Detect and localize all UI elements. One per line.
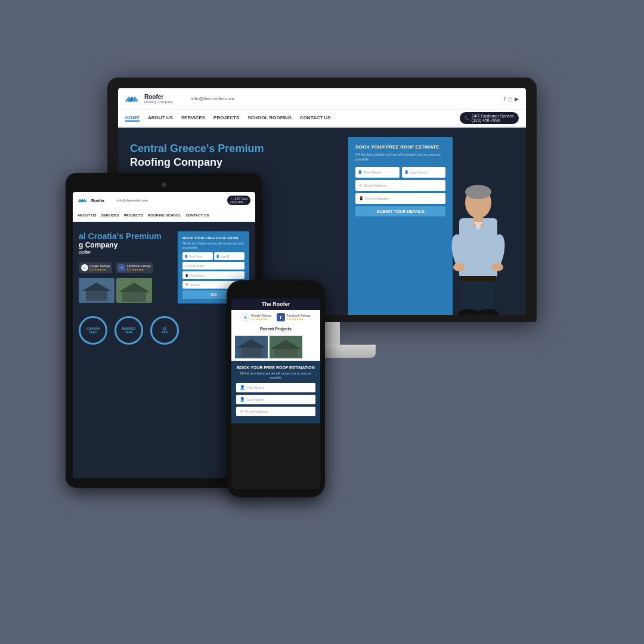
tablet-nav: ABOUT US SERVICES PROJECTS ROOFING SCHOO… (73, 209, 255, 222)
nav-projects[interactable]: PROJECTS (213, 115, 239, 122)
tablet-nav-contact[interactable]: CONTACT US (185, 213, 209, 217)
tablet-nav-school[interactable]: ROOFING SCHOOL (148, 213, 181, 217)
phone-google-icon: G (241, 313, 249, 321)
phone-header: The Roofer (231, 298, 320, 310)
email-input[interactable]: ✉ Email Address (355, 180, 445, 191)
tablet-name-row: 👤First Nam 👤Last N (182, 252, 244, 262)
logo-text-block: Roofer Roofing Company (144, 94, 173, 104)
nav-contact[interactable]: CONTACT US (300, 115, 331, 122)
estimate-form: BOOK YOUR FREE ROOF ESTIMATE Fill the fo… (348, 137, 453, 315)
phone-icon-form: 📱 (359, 196, 363, 200)
header-email: info@the-roofer.com (191, 96, 234, 101)
phone-house-2 (270, 336, 302, 358)
person-image (442, 184, 514, 315)
tablet-phone-icon: 📞 (230, 197, 234, 200)
phone-last-name-input[interactable]: 👤 Last Name (236, 395, 315, 404)
tablet-google-rating: G Google Ratings 5.0 ★★★★★ (79, 262, 112, 273)
phone-notch (261, 289, 291, 295)
logo-name: Roofer (144, 94, 173, 100)
svg-point-13 (465, 185, 491, 199)
instagram-icon[interactable]: ◻ (508, 96, 512, 102)
tablet-user-icon-2: 👤 (216, 255, 219, 258)
logo-icon (125, 93, 142, 105)
logo-subtitle: Roofing Company (144, 100, 173, 104)
tablet-google-text: Google Ratings 5.0 ★★★★★ (89, 264, 110, 271)
phone-bezel: The Roofer G Google Ratings 5.0 ★★★★★ f (227, 280, 325, 497)
tablet-logo-icon (78, 196, 89, 205)
tablet-first-name[interactable]: 👤First Nam (182, 252, 213, 260)
svg-point-20 (491, 263, 503, 271)
tablet-phone[interactable]: 📱Phone Num (182, 271, 244, 279)
nav-home[interactable]: HOME (125, 115, 140, 122)
phone-form-title: BOOK YOUR FREE ROOF ESTIMATION (236, 366, 315, 370)
tablet-email-icon: ✉ (185, 264, 187, 268)
user-icon-2: 👤 (404, 170, 408, 174)
phone-ratings: G Google Ratings 5.0 ★★★★★ f Facebook Ra… (231, 310, 320, 324)
site-header: Roofer Roofing Company info@the-roofer.c… (118, 88, 526, 110)
site-nav: HOME ABOUT US SERVICES PROJECTS SCHOOL R… (118, 110, 526, 128)
tablet-house-2 (116, 278, 152, 303)
svg-rect-30 (86, 291, 107, 301)
tablet-badges: GUARANTEED INSUREDCERT. 25YRS (79, 311, 249, 345)
phone-screen: The Roofer G Google Ratings 5.0 ★★★★★ f (231, 298, 320, 489)
tablet-nav-projects[interactable]: PROJECTS (124, 213, 143, 217)
tablet-address-icon: 📍 (185, 283, 188, 287)
last-name-input[interactable]: 👤 Last Name (402, 167, 446, 178)
person-svg (442, 184, 514, 315)
social-icons: f ◻ ▶ (504, 96, 519, 102)
tablet-fb-icon: f (118, 264, 125, 271)
svg-rect-22 (460, 276, 496, 281)
hero-title-blue: Central Greece's Premium (130, 142, 330, 156)
form-title: BOOK YOUR FREE ROOF ESTIMATE (355, 144, 445, 150)
tablet-nav-services[interactable]: SERVICES (101, 213, 119, 217)
tablet-fb-text: Facebook Ratings 5.0 ★★★★★ (126, 264, 150, 271)
name-row: 👤 First Name 👤 Last Name (355, 167, 445, 180)
hero-title-white: Roofing Company (130, 156, 330, 169)
scene: Roofer Roofing Company info@the-roofer.c… (54, 54, 590, 590)
phone-fb-text: Facebook Ratings 5.0 ★★★★★ (287, 314, 311, 321)
tablet-project-img-1 (79, 278, 114, 303)
youtube-icon[interactable]: ▶ (515, 96, 519, 102)
nav-phone-btn[interactable]: 📞 24/7 Customer Service (123) 456-7890 (460, 112, 519, 124)
tablet-phone-btn[interactable]: 📞 24/7 Cust(123)-456... (227, 196, 250, 205)
nav-school[interactable]: SCHOOL ROOFING (247, 115, 292, 122)
tablet-email[interactable]: ✉Email Addre (182, 262, 244, 270)
facebook-icon[interactable]: f (504, 96, 506, 102)
tablet-nav-about[interactable]: ABOUT US (78, 213, 96, 217)
badge-guaranteed: GUARANTEED (79, 316, 107, 345)
badge-years: 25YRS (150, 316, 179, 345)
svg-rect-39 (274, 349, 298, 357)
svg-point-19 (453, 263, 465, 271)
phone-email-input[interactable]: ✉ Email Address (236, 407, 315, 416)
phone-projects-title: Recent Projects (231, 324, 320, 333)
first-name-input[interactable]: 👤 First Name (355, 167, 400, 178)
phone-label: 24/7 Customer Service (472, 114, 514, 118)
nav-services[interactable]: SERVICES (181, 115, 205, 122)
phone-proj-2 (270, 336, 302, 358)
phone-google-rating: G Google Ratings 5.0 ★★★★★ (241, 313, 271, 321)
user-icon: 👤 (358, 170, 362, 174)
badge-insured: INSUREDCERT. (114, 316, 143, 345)
tablet-camera (162, 182, 166, 187)
phone-project-images (231, 333, 320, 361)
tablet-project-img-2 (116, 278, 152, 303)
phone-user-icon: 👤 (240, 385, 245, 390)
svg-rect-33 (122, 292, 146, 302)
submit-button[interactable]: SUBMIT YOUR DETAILS (355, 206, 445, 216)
phone-user-icon-2: 👤 (240, 397, 245, 402)
phone-number: (123) 456-7890 (472, 118, 514, 122)
tablet-fb-rating: f Facebook Ratings 5.0 ★★★★★ (116, 262, 153, 273)
phone-fb-rating: f Facebook Ratings 5.0 ★★★★★ (277, 313, 311, 321)
tablet-form-sub: Fill the form below and we will contact … (182, 242, 244, 249)
site-logo: Roofer Roofing Company (125, 93, 173, 105)
nav-about[interactable]: ABOUT US (148, 115, 173, 122)
phone-email-icon: ✉ (240, 409, 243, 414)
form-subtitle: Fill the form below and we will contact … (355, 152, 445, 162)
phone-first-name-input[interactable]: 👤 First Name (236, 383, 315, 392)
phone-form-section: BOOK YOUR FREE ROOF ESTIMATION Fill the … (231, 361, 320, 423)
phone-device: The Roofer G Google Ratings 5.0 ★★★★★ f (227, 280, 325, 497)
tablet-last-name[interactable]: 👤Last N (214, 252, 244, 260)
phone-input[interactable]: 📱 Phone Number (355, 193, 445, 204)
phone-info: 24/7 Customer Service (123) 456-7890 (472, 114, 514, 122)
tablet-email: info@theroofer.com (117, 199, 148, 202)
